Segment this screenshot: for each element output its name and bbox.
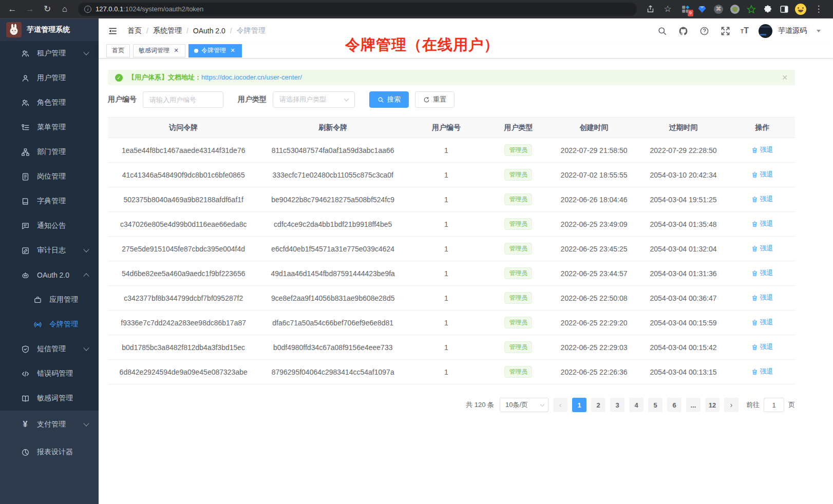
collapse-sidebar-icon[interactable]	[106, 24, 119, 37]
search-icon[interactable]	[656, 25, 668, 36]
page-button-6[interactable]: 6	[667, 398, 681, 412]
browser-forward-icon[interactable]: →	[23, 2, 37, 16]
sidebar-item-敏感词管理[interactable]: 敏感词管理	[0, 386, 99, 411]
user-type-select[interactable]: 请选择用户类型	[273, 91, 355, 108]
sidebar-item-报表设计器[interactable]: 报表设计器	[0, 438, 99, 466]
sidebar-item-OAuth 2.0[interactable]: OAuth 2.0	[0, 263, 99, 287]
alert-close-icon[interactable]: ✕	[782, 73, 788, 82]
page-button-5[interactable]: 5	[648, 398, 662, 412]
breadcrumb-item[interactable]: 首页	[127, 26, 142, 35]
user-name[interactable]: 芋道源码	[778, 26, 807, 35]
goto-page-input[interactable]	[764, 398, 784, 412]
share-icon[interactable]	[643, 2, 657, 16]
user-type-cell: 管理员	[486, 261, 551, 286]
sidebar-item-字典管理[interactable]: 字典管理	[0, 189, 99, 214]
sidebar-item-租户管理[interactable]: 租户管理	[0, 41, 99, 66]
browser-reload-icon[interactable]: ↻	[40, 2, 54, 16]
sidebar-item-支付管理[interactable]: ¥支付管理	[0, 411, 99, 438]
page-ellipsis-button[interactable]: ...	[686, 398, 701, 412]
sidebar-item-令牌管理[interactable]: 令牌管理	[0, 312, 99, 337]
prev-page-button[interactable]: ‹	[553, 398, 567, 412]
user-menu-caret-icon[interactable]	[817, 30, 821, 34]
sidebar-item-岗位管理[interactable]: 岗位管理	[0, 164, 99, 189]
browser-menu-icon[interactable]: ⋮	[811, 2, 826, 16]
breadcrumb-item[interactable]: 系统管理	[153, 26, 182, 35]
doc-link[interactable]: https://doc.iocoder.cn/user-center/	[201, 73, 302, 81]
tree-icon	[21, 123, 30, 132]
operation-cell: 强退	[730, 187, 795, 212]
ext-gem-icon[interactable]	[696, 4, 708, 15]
sidebar-item-用户管理[interactable]: 用户管理	[0, 66, 99, 90]
app-logo[interactable]: 芋道管理系统	[0, 18, 99, 41]
sidebar-item-短信管理[interactable]: 短信管理	[0, 337, 99, 361]
tab-label: 令牌管理	[201, 46, 226, 55]
sidebar-item-部门管理[interactable]: 部门管理	[0, 140, 99, 164]
search-button[interactable]: 搜索	[369, 91, 409, 108]
sidebar-item-label: 应用管理	[49, 295, 78, 304]
force-logout-button[interactable]: 强退	[751, 293, 773, 302]
ext-grid-icon[interactable]: 9	[680, 4, 691, 15]
help-icon[interactable]	[698, 25, 710, 36]
sidebar-item-菜单管理[interactable]: 菜单管理	[0, 115, 99, 140]
fullscreen-icon[interactable]	[720, 25, 731, 36]
tag-view-tab-首页[interactable]: 首页	[106, 44, 130, 57]
tab-close-icon[interactable]: ✕	[173, 47, 180, 54]
created-cell: 2022-06-25 23:44:57	[551, 261, 637, 286]
table-row: b0d1785bc3a8482f812db4a3f3bd15ecb0df4980…	[108, 335, 795, 360]
browser-back-icon[interactable]: ←	[5, 2, 20, 16]
force-logout-button[interactable]: 强退	[751, 318, 773, 327]
page-button-3[interactable]: 3	[610, 398, 624, 412]
user-type-badge: 管理员	[504, 292, 532, 303]
force-logout-button[interactable]: 强退	[751, 367, 773, 376]
page-button-1[interactable]: 1	[572, 398, 586, 412]
reset-button[interactable]: 重置	[415, 91, 455, 108]
breadcrumb-item: 令牌管理	[237, 26, 266, 35]
force-logout-button[interactable]: 强退	[751, 219, 773, 228]
page-button-4[interactable]: 4	[629, 398, 643, 412]
delete-icon	[751, 344, 758, 351]
force-logout-button[interactable]: 强退	[751, 170, 773, 179]
user-avatar[interactable]	[759, 24, 772, 38]
delete-icon	[751, 270, 758, 277]
sidebar-item-应用管理[interactable]: 应用管理	[0, 287, 99, 312]
next-page-button[interactable]: ›	[724, 398, 739, 412]
force-logout-button[interactable]: 强退	[751, 195, 773, 204]
sidebar-item-角色管理[interactable]: 角色管理	[0, 90, 99, 115]
sidebar-item-错误码管理[interactable]: 错误码管理	[0, 361, 99, 386]
breadcrumb-item[interactable]: OAuth 2.0	[193, 27, 225, 35]
access-token-cell: c342377bf8b344799dcbf7bf095287f2	[108, 286, 259, 311]
ext-star-icon[interactable]	[746, 4, 757, 15]
bookmark-star-icon[interactable]: ☆	[660, 2, 675, 16]
tag-view-tab-敏感词管理[interactable]: 敏感词管理✕	[133, 44, 185, 57]
address-bar[interactable]: i 127.0.0.1:1024/system/oauth2/token	[78, 3, 637, 16]
page-size-chevron-icon	[540, 402, 544, 406]
sidebar-item-label: 部门管理	[37, 147, 66, 157]
force-logout-button[interactable]: 强退	[751, 268, 773, 278]
expires-cell: 2054-03-04 19:51:25	[637, 187, 730, 212]
user-id-input[interactable]	[143, 91, 223, 108]
github-icon[interactable]	[677, 25, 689, 36]
breadcrumb-separator: /	[146, 27, 148, 35]
force-logout-button[interactable]: 强退	[751, 244, 773, 253]
reset-button-icon	[423, 96, 430, 103]
ext-sidepanel-icon[interactable]	[779, 4, 790, 15]
tab-label: 首页	[112, 46, 124, 55]
force-logout-button[interactable]: 强退	[751, 145, 773, 154]
font-size-icon[interactable]: TT	[741, 26, 749, 35]
tab-close-icon[interactable]: ✕	[229, 47, 236, 54]
profile-avatar[interactable]	[795, 4, 806, 15]
tag-view-tab-令牌管理[interactable]: 令牌管理✕	[188, 44, 242, 57]
sidebar-item-通知公告[interactable]: 通知公告	[0, 214, 99, 238]
force-logout-button[interactable]: 强退	[751, 342, 773, 352]
ext-dot-icon[interactable]	[729, 4, 741, 15]
page-button-12[interactable]: 12	[705, 398, 720, 412]
site-info-icon[interactable]: i	[84, 6, 91, 13]
browser-home-icon[interactable]: ⌂	[58, 2, 72, 16]
page-size-select[interactable]: 10条/页	[500, 398, 548, 412]
table-row: 54d6be82ee5a460a9aedc1f9bf22365649d1aa46…	[108, 261, 795, 286]
ext-command-icon[interactable]: ⌘	[713, 4, 724, 15]
chevron-down-icon	[83, 345, 89, 351]
sidebar-item-审计日志[interactable]: 审计日志	[0, 238, 99, 263]
ext-puzzle-icon[interactable]	[762, 4, 773, 15]
page-button-2[interactable]: 2	[591, 398, 605, 412]
